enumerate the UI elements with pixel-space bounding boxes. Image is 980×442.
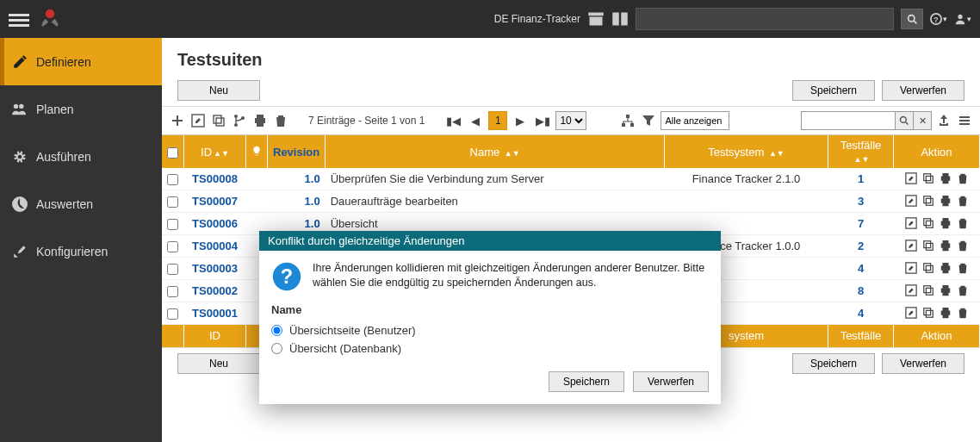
- row-checkbox[interactable]: [167, 286, 178, 297]
- row-print-icon[interactable]: [938, 215, 953, 231]
- add-icon[interactable]: [169, 110, 186, 131]
- user-menu-icon[interactable]: ▾: [954, 10, 971, 28]
- row-cases-link[interactable]: 4: [858, 262, 864, 275]
- search-icon[interactable]: [895, 111, 914, 130]
- conflict-radio-db[interactable]: [271, 343, 282, 354]
- page-next-icon[interactable]: ▶: [511, 111, 530, 130]
- row-copy-icon[interactable]: [921, 260, 936, 276]
- row-copy-icon[interactable]: [921, 215, 936, 231]
- row-edit-icon[interactable]: [903, 260, 919, 276]
- row-print-icon[interactable]: [938, 193, 953, 209]
- row-print-icon[interactable]: [938, 305, 953, 321]
- select-all-checkbox[interactable]: [167, 147, 178, 159]
- discard-button[interactable]: Verwerfen: [882, 80, 964, 101]
- row-delete-icon[interactable]: [955, 305, 971, 321]
- save-button[interactable]: Speichern: [792, 80, 875, 101]
- row-cases-link[interactable]: 8: [858, 284, 864, 297]
- sidebar-item-config[interactable]: Konfigurieren: [0, 227, 162, 275]
- dialog-save-button[interactable]: Speichern: [549, 371, 624, 392]
- row-id-link[interactable]: TS00001: [192, 307, 238, 320]
- row-copy-icon[interactable]: [921, 171, 936, 186]
- row-cases-link[interactable]: 2: [858, 240, 864, 252]
- row-print-icon[interactable]: [938, 283, 953, 298]
- table-search-input[interactable]: [801, 111, 896, 130]
- dialog-discard-button[interactable]: Verwerfen: [633, 371, 709, 392]
- row-checkbox[interactable]: [167, 174, 178, 185]
- table-row[interactable]: TS00008 1.0 Überprüfen Sie die Verbindun…: [162, 168, 980, 190]
- row-edit-icon[interactable]: [903, 193, 919, 209]
- sidebar-item-evaluate[interactable]: Auswerten: [0, 180, 162, 227]
- global-search-input[interactable]: [636, 13, 893, 25]
- app-logo-icon[interactable]: [38, 7, 62, 31]
- row-copy-icon[interactable]: [921, 283, 936, 298]
- row-edit-icon[interactable]: [903, 171, 919, 186]
- page-first-icon[interactable]: ▮◀: [443, 111, 462, 130]
- col-header-id[interactable]: ID▲▼: [184, 135, 246, 168]
- row-delete-icon[interactable]: [955, 283, 971, 298]
- save-button-bottom[interactable]: Speichern: [792, 353, 875, 374]
- filter-input[interactable]: [661, 111, 729, 130]
- hierarchy-icon[interactable]: [619, 110, 636, 131]
- sidebar-item-define[interactable]: Definieren: [0, 38, 162, 85]
- row-checkbox[interactable]: [167, 219, 178, 230]
- conflict-radio-user[interactable]: [271, 325, 282, 336]
- page-last-icon[interactable]: ▶▮: [533, 111, 552, 130]
- row-print-icon[interactable]: [938, 260, 953, 276]
- table-row[interactable]: TS00007 1.0 Daueraufträge bearbeiten 3: [162, 190, 980, 213]
- help-icon[interactable]: ?▾: [930, 10, 947, 28]
- global-search-button[interactable]: [901, 9, 923, 29]
- row-copy-icon[interactable]: [921, 193, 936, 209]
- col-header-cases[interactable]: Testfälle ▲▼: [828, 135, 894, 168]
- col-header-system[interactable]: Testsystem ▲▼: [665, 135, 828, 168]
- columns-icon[interactable]: [956, 110, 973, 131]
- col-header-name[interactable]: Name ▲▼: [326, 135, 665, 168]
- print-icon[interactable]: [251, 110, 269, 131]
- row-id-link[interactable]: TS00002: [192, 284, 238, 297]
- row-cases-link[interactable]: 3: [858, 195, 864, 208]
- row-checkbox[interactable]: [167, 196, 178, 208]
- board-icon[interactable]: [611, 10, 629, 28]
- export-icon[interactable]: [935, 110, 952, 131]
- row-cases-link[interactable]: 4: [858, 307, 864, 320]
- row-print-icon[interactable]: [938, 238, 953, 253]
- copy-icon[interactable]: [210, 110, 227, 131]
- row-cases-link[interactable]: 1: [858, 172, 864, 185]
- row-id-link[interactable]: TS00007: [192, 195, 238, 208]
- new-button[interactable]: Neu: [177, 80, 260, 101]
- page-size-select[interactable]: 10: [555, 111, 586, 130]
- row-id-link[interactable]: TS00003: [192, 262, 238, 275]
- delete-icon[interactable]: [272, 110, 289, 131]
- row-delete-icon[interactable]: [955, 171, 971, 186]
- row-checkbox[interactable]: [167, 308, 178, 320]
- row-id-link[interactable]: TS00008: [192, 172, 238, 185]
- row-delete-icon[interactable]: [955, 238, 971, 253]
- sidebar-item-plan[interactable]: Planen: [0, 85, 162, 133]
- row-cases-link[interactable]: 7: [858, 217, 864, 230]
- row-id-link[interactable]: TS00006: [192, 217, 238, 230]
- page-prev-icon[interactable]: ◀: [466, 111, 485, 130]
- sidebar-item-execute[interactable]: Ausführen: [0, 133, 162, 180]
- col-header-revision[interactable]: Revision: [268, 135, 326, 168]
- branch-icon[interactable]: [231, 110, 248, 131]
- row-delete-icon[interactable]: [955, 215, 971, 231]
- conflict-option-db[interactable]: Übersicht (Datenbank): [271, 339, 709, 358]
- row-checkbox[interactable]: [167, 264, 178, 275]
- archive-icon[interactable]: [587, 10, 605, 28]
- row-print-icon[interactable]: [938, 171, 953, 186]
- discard-button-bottom[interactable]: Verwerfen: [882, 353, 964, 374]
- row-checkbox[interactable]: [167, 241, 178, 252]
- row-copy-icon[interactable]: [921, 305, 936, 321]
- col-header-bulb[interactable]: [246, 135, 268, 168]
- conflict-option-user[interactable]: Übersichtseite (Benutzer): [271, 321, 709, 339]
- row-edit-icon[interactable]: [903, 215, 919, 231]
- row-copy-icon[interactable]: [921, 238, 936, 253]
- row-edit-icon[interactable]: [903, 283, 919, 298]
- filter-icon[interactable]: [640, 110, 657, 131]
- edit-icon[interactable]: [189, 110, 207, 131]
- clear-search-icon[interactable]: ✕: [913, 111, 932, 130]
- row-delete-icon[interactable]: [955, 260, 971, 276]
- row-edit-icon[interactable]: [903, 305, 919, 321]
- new-button-bottom[interactable]: Neu: [177, 353, 260, 374]
- row-edit-icon[interactable]: [903, 238, 919, 253]
- row-delete-icon[interactable]: [955, 193, 971, 209]
